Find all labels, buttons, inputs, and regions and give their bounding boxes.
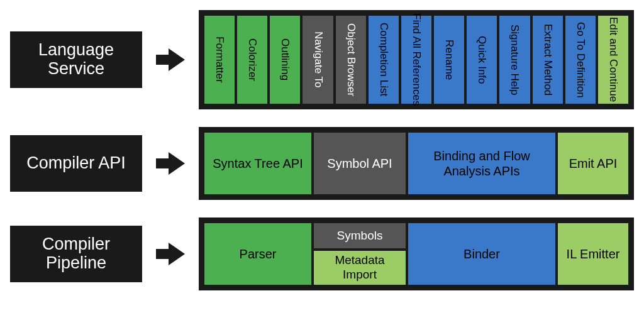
row-language-service: Language Service Formatter Colorizer Out… [10, 10, 634, 109]
label-language-service: Language Service [10, 31, 142, 88]
arrow-icon [156, 47, 185, 72]
pipe-binder: Binder [408, 223, 555, 285]
api-symbol: Symbol API [314, 133, 406, 194]
ls-quick-info: Quick Info [467, 16, 497, 104]
ls-outlining: Outlining [270, 16, 300, 104]
arrow-icon [156, 241, 185, 267]
ls-edit-continue: Edit and Continue [598, 16, 628, 104]
label-language-service-text: Language Service [15, 41, 137, 78]
row-compiler-pipeline: Compiler Pipeline Parser Symbols Metadat… [10, 218, 634, 290]
api-binding-flow: Binding and Flow Analysis APIs [408, 133, 555, 194]
ls-rename: Rename [434, 16, 464, 104]
ls-object-browser: Object Browser [336, 16, 366, 104]
arrow-icon [156, 151, 185, 176]
label-compiler-pipeline: Compiler Pipeline [10, 226, 142, 282]
language-service-block: Formatter Colorizer Outlining Navigate T… [199, 10, 634, 109]
pipe-il-emitter: IL Emitter [558, 223, 628, 285]
api-emit: Emit API [558, 133, 628, 194]
pipe-middle-column: Symbols Metadata Import [314, 223, 406, 285]
pipe-symbols: Symbols [314, 223, 406, 248]
ls-completion-list: Completion List [369, 16, 399, 104]
ls-extract-method: Extract Method [533, 16, 563, 104]
pipe-parser: Parser [204, 223, 311, 285]
ls-go-to-definition: Go To Definition [565, 16, 596, 104]
row-compiler-api: Compiler API Syntax Tree API Symbol API … [10, 127, 634, 200]
ls-formatter: Formatter [204, 16, 235, 104]
ls-signature-help: Signature Help [499, 16, 530, 104]
ls-colorizer: Colorizer [237, 16, 267, 104]
label-compiler-api: Compiler API [10, 135, 142, 192]
pipe-metadata-import: Metadata Import [314, 251, 406, 285]
ls-navigate-to: Navigate To [303, 16, 333, 104]
label-compiler-pipeline-text: Compiler Pipeline [15, 235, 137, 272]
compiler-pipeline-block: Parser Symbols Metadata Import Binder IL… [199, 218, 634, 290]
api-syntax-tree: Syntax Tree API [204, 133, 311, 194]
compiler-api-block: Syntax Tree API Symbol API Binding and F… [199, 127, 634, 200]
ls-find-all-refs: Find All References [401, 16, 431, 104]
label-compiler-api-text: Compiler API [26, 154, 126, 173]
